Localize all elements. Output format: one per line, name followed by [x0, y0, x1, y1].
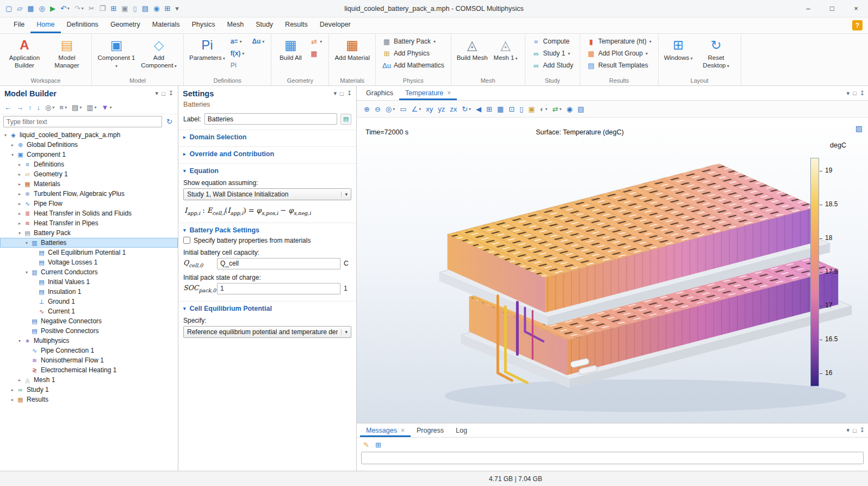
- collapse-arrow-icon[interactable]: ▾: [16, 231, 23, 236]
- move-down-icon[interactable]: ↓: [35, 103, 43, 112]
- zoom-out-icon[interactable]: ⊖: [373, 104, 383, 114]
- tree-item[interactable]: ∿Pipe Connection 1: [0, 346, 178, 355]
- default-view-icon[interactable]: ∠▾: [409, 104, 423, 114]
- menu-tab-physics[interactable]: Physics: [185, 17, 221, 33]
- delete-icon[interactable]: ▯: [131, 4, 139, 13]
- open-file-icon[interactable]: ▱: [15, 4, 24, 13]
- label-indicator-icon[interactable]: ▤: [340, 114, 351, 125]
- tree-item[interactable]: ▸▦Results: [0, 395, 178, 404]
- tree-item[interactable]: ▸≋Heat Transfer in Pipes: [0, 218, 178, 228]
- result-templates-button[interactable]: ▤Result Templates: [584, 59, 654, 71]
- add-plot-group-button[interactable]: ▦Add Plot Group▾: [584, 47, 654, 59]
- pin-panel-icon[interactable]: ↧: [169, 90, 173, 97]
- close-button[interactable]: ×: [844, 0, 868, 17]
- label-input[interactable]: [204, 113, 337, 125]
- zoom-in-icon[interactable]: ⊕: [362, 104, 372, 114]
- close-tab-icon[interactable]: ×: [447, 89, 451, 97]
- node-filter-icon[interactable]: ▼▾: [100, 103, 114, 112]
- maximize-button[interactable]: □: [820, 0, 844, 17]
- snapshot-camera-icon[interactable]: ◉: [564, 104, 574, 114]
- pin-panel-icon[interactable]: ↧: [860, 427, 865, 434]
- battery-pack-button[interactable]: ▦Battery Pack▾: [380, 35, 447, 47]
- section-header-battery-pack-settings[interactable]: ▾ Battery Pack Settings: [183, 226, 351, 234]
- build-mesh-button[interactable]: ◬Build Mesh: [455, 35, 489, 77]
- expand-arrow-icon[interactable]: ▸: [16, 182, 23, 187]
- node-grouping-icon[interactable]: ≡▾: [57, 103, 69, 112]
- menu-tab-definitions[interactable]: Definitions: [61, 17, 104, 33]
- print-icon[interactable]: ▤: [575, 104, 586, 114]
- section-header-override-contribution[interactable]: ▸ Override and Contribution: [183, 150, 351, 158]
- tree-item[interactable]: ▤Insulation 1: [0, 287, 178, 297]
- panel-menu-icon[interactable]: ▾: [847, 90, 850, 97]
- report-icon[interactable]: ▤: [140, 4, 151, 13]
- build-all-button[interactable]: ▦Build All: [275, 35, 306, 77]
- move-up-icon[interactable]: ↑: [26, 103, 34, 112]
- expand-arrow-icon[interactable]: ▸: [16, 211, 23, 216]
- clear-log-icon[interactable]: ✎: [361, 440, 371, 450]
- cell-equilibrium-select[interactable]: Reference equilibrium potential and temp…: [183, 326, 351, 338]
- refresh-filter-icon[interactable]: ↻: [164, 117, 175, 126]
- add-component-button[interactable]: ◇Add Component ▾: [138, 35, 179, 77]
- import-geometry-icon[interactable]: ⇄▾: [307, 35, 325, 47]
- battery-pack-3d-view[interactable]: [357, 118, 868, 423]
- tree-item[interactable]: ▾◈liquid_cooled_battery_pack_a.mph: [0, 130, 178, 140]
- application-builder-button[interactable]: AApplication Builder: [4, 35, 45, 77]
- bottom-tab-progress[interactable]: Progress: [411, 423, 450, 437]
- section-header-cell-equilibrium-potential[interactable]: ▾ Cell Equilibrium Potential: [183, 305, 351, 312]
- add-study-button[interactable]: ∞Add Study: [529, 59, 576, 71]
- snapshot-icon[interactable]: ◉: [151, 4, 162, 13]
- paste-icon[interactable]: ▣: [119, 4, 130, 13]
- tree-item[interactable]: ▸▦Materials: [0, 179, 178, 189]
- refresh-plot-icon[interactable]: ↻▾: [460, 104, 473, 114]
- section-header-domain-selection[interactable]: ▸ Domain Selection: [183, 133, 351, 141]
- forward-icon[interactable]: →: [14, 103, 26, 112]
- tree-item[interactable]: ▤Voltage Losses 1: [0, 257, 178, 267]
- tree-item[interactable]: ▤Positive Connectors: [0, 326, 178, 336]
- panel-menu-icon[interactable]: ▾: [156, 90, 159, 97]
- expand-arrow-icon[interactable]: ▸: [9, 143, 16, 147]
- bottom-tab-messages[interactable]: Messages×: [360, 423, 411, 437]
- capacity-input[interactable]: [217, 258, 340, 269]
- tree-item[interactable]: ▸≋Turbulent Flow, Algebraic yPlus: [0, 189, 178, 199]
- component-1-button[interactable]: ▣Component 1 ▾: [96, 35, 137, 77]
- tree-item[interactable]: ▾∗Multiphysics: [0, 336, 178, 346]
- menu-tab-study[interactable]: Study: [250, 17, 279, 33]
- bottom-tab-log[interactable]: Log: [450, 423, 473, 437]
- pin-panel-icon[interactable]: ↧: [347, 90, 352, 97]
- menu-tab-mesh[interactable]: Mesh: [221, 17, 250, 33]
- menu-tab-geometry[interactable]: Geometry: [104, 17, 146, 33]
- tree-item[interactable]: ▸≡Definitions: [0, 159, 178, 169]
- collapse-arrow-icon[interactable]: ▾: [16, 339, 23, 343]
- temperature-plot-button[interactable]: ▮Temperature (ht)▾: [584, 35, 654, 47]
- float-panel-icon[interactable]: □: [340, 90, 344, 97]
- close-tab-icon[interactable]: ×: [401, 427, 405, 434]
- table-icon[interactable]: ⊞: [162, 4, 172, 13]
- save-icon[interactable]: ▦: [25, 4, 36, 13]
- legend-toggle-icon[interactable]: ▨: [855, 124, 863, 133]
- graphics-tab-graphics[interactable]: Graphics: [360, 86, 399, 100]
- plot-data-icon[interactable]: ▦: [495, 104, 506, 114]
- expand-arrow-icon[interactable]: ▸: [16, 172, 23, 177]
- specify-from-materials-checkbox[interactable]: [183, 237, 190, 244]
- tree-item[interactable]: ≋Nonisothermal Flow 1: [0, 355, 178, 365]
- menu-tab-materials[interactable]: Materials: [146, 17, 186, 33]
- tree-item[interactable]: ∿Current 1: [0, 306, 178, 316]
- tree-item[interactable]: ▾▥Batteries: [0, 238, 178, 248]
- add-physics-button[interactable]: ⊞Add Physics: [380, 47, 447, 59]
- undo-icon[interactable]: ↶▾: [58, 4, 72, 13]
- compute-button[interactable]: =Compute: [529, 35, 576, 47]
- float-panel-icon[interactable]: □: [853, 427, 857, 434]
- tree-item[interactable]: ⊥Ground 1: [0, 297, 178, 306]
- help-button[interactable]: ?: [852, 20, 863, 30]
- equation-assuming-select[interactable]: Study 1, Wall Distance Initialization ▾: [183, 188, 351, 200]
- mesh-1-button[interactable]: ◬Mesh 1 ▾: [491, 35, 521, 77]
- tree-item[interactable]: ▸∿Pipe Flow: [0, 199, 178, 208]
- tree-item[interactable]: ≷Electrochemical Heating 1: [0, 365, 178, 375]
- copy-table-icon[interactable]: ⊞: [108, 4, 119, 13]
- copy-icon[interactable]: ❐: [97, 4, 108, 13]
- expand-arrow-icon[interactable]: ▸: [9, 387, 16, 392]
- variables-button[interactable]: a=▾: [228, 35, 247, 47]
- expand-arrow-icon[interactable]: ▸: [16, 221, 23, 226]
- lock-axes-icon[interactable]: ▣: [526, 104, 537, 114]
- new-file-icon[interactable]: ▢: [3, 4, 14, 13]
